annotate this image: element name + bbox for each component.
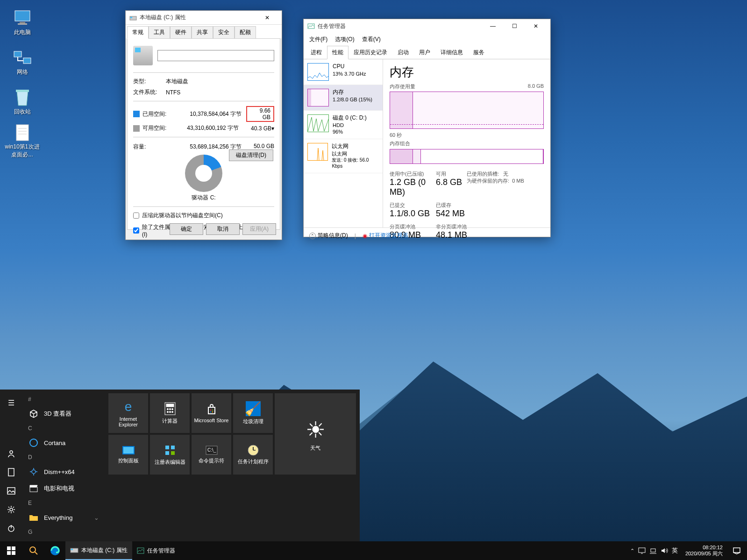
app-3d-viewer[interactable]: 3D 查看器: [22, 405, 105, 422]
tab-tools[interactable]: 工具: [149, 26, 170, 38]
tab-details[interactable]: 详细信息: [435, 46, 468, 59]
tile-regedit[interactable]: 注册表编辑器: [150, 435, 190, 475]
app-header-g[interactable]: G: [22, 526, 105, 538]
svg-rect-1: [20, 22, 25, 23]
svg-rect-37: [123, 447, 134, 454]
app-groove[interactable]: Groove 音乐: [22, 538, 105, 541]
svg-point-20: [32, 470, 36, 474]
memory-composition-bar[interactable]: [390, 149, 544, 164]
sidebar-cpu[interactable]: CPU13% 3.70 GHz: [304, 59, 383, 85]
tile-trash-clean[interactable]: 🧹垃圾清理: [233, 393, 273, 433]
disk-cleanup-button[interactable]: 磁盘清理(D): [229, 149, 273, 161]
search-button[interactable]: [22, 541, 45, 560]
tab-content: 类型:本地磁盘 文件系统:NTFS 已用空间: 10,378,584,064 字…: [127, 38, 280, 230]
desktop-icon-doc[interactable]: win10第1次进桌面必...: [5, 124, 40, 159]
app-header-d[interactable]: D: [22, 451, 105, 463]
tile-store[interactable]: Microsoft Store: [192, 393, 231, 433]
close-button[interactable]: ✕: [256, 11, 278, 25]
tab-performance[interactable]: 性能: [327, 46, 349, 59]
tile-control-panel[interactable]: 控制面板: [108, 435, 148, 475]
app-cortana[interactable]: Cortana: [22, 434, 105, 451]
taskbar-edge[interactable]: [45, 541, 65, 560]
sidebar-memory[interactable]: 内存1.2/8.0 GB (15%): [304, 85, 383, 111]
start-button[interactable]: [0, 541, 22, 560]
desktop-icon-this-pc[interactable]: 此电脑: [5, 5, 40, 40]
tray-volume-icon[interactable]: [661, 547, 668, 554]
sidebar-disk[interactable]: 磁盘 0 (C: D:)HDD96%: [304, 111, 383, 139]
window-title: 任务管理器: [318, 22, 482, 30]
memory-usage-graph[interactable]: [390, 92, 544, 129]
titlebar[interactable]: 本地磁盘 (C:) 属性 ✕: [126, 11, 282, 25]
svg-rect-47: [7, 546, 11, 550]
tab-processes[interactable]: 进程: [306, 46, 327, 59]
index-checkbox[interactable]: [133, 227, 139, 234]
apply-button[interactable]: 应用(A): [242, 223, 276, 235]
titlebar[interactable]: 任务管理器 — ☐ ✕: [304, 19, 550, 33]
usage-donut-chart: [185, 155, 222, 192]
tab-security[interactable]: 安全: [213, 26, 235, 38]
tab-hardware[interactable]: 硬件: [170, 26, 192, 38]
tile-ie[interactable]: eInternet Explorer: [108, 393, 148, 433]
system-tray[interactable]: ⌃ 英: [626, 546, 682, 555]
app-header-hash[interactable]: #: [22, 393, 105, 405]
control-panel-icon: [121, 445, 135, 455]
drive-icon: [129, 14, 137, 21]
app-movies[interactable]: 电影和电视: [22, 480, 105, 497]
svg-rect-0: [15, 11, 30, 21]
maximize-button[interactable]: ☐: [504, 19, 525, 33]
app-everything[interactable]: Everything⌄: [22, 509, 105, 526]
sidebar-ethernet[interactable]: 以太网以太网发送: 0 接收: 56.0 Kbps: [304, 139, 383, 173]
compress-checkbox[interactable]: [133, 213, 139, 219]
tab-services[interactable]: 服务: [468, 46, 490, 59]
svg-point-29: [167, 411, 168, 413]
type-value: 本地磁盘: [166, 78, 274, 85]
svg-point-51: [30, 547, 36, 553]
taskbar-properties[interactable]: 本地磁盘 (C:) 属性: [65, 541, 132, 560]
compress-checkbox-row[interactable]: 压缩此驱动器以节约磁盘空间(C): [133, 212, 274, 220]
drive-name-input[interactable]: [157, 50, 274, 61]
ok-button[interactable]: 确定: [170, 223, 203, 235]
tab-history[interactable]: 应用历史记录: [349, 46, 392, 59]
minimize-button[interactable]: —: [482, 19, 504, 33]
menu-file[interactable]: 文件(F): [306, 35, 330, 44]
start-menu: ☰ # 3D 查看器 C Cortana D Dism++x64 电影和电视 E…: [0, 390, 360, 541]
app-header-e[interactable]: E: [22, 497, 105, 509]
app-dism[interactable]: Dism++x64: [22, 463, 105, 480]
rail-settings-icon[interactable]: [0, 500, 22, 519]
close-button[interactable]: ✕: [525, 19, 547, 33]
tray-monitor-icon[interactable]: [638, 547, 646, 554]
rail-menu-icon[interactable]: ☰: [0, 393, 22, 412]
tab-general[interactable]: 常规: [127, 26, 149, 39]
taskbar-clock[interactable]: 08:20:12 2020/09/05 周六: [682, 545, 726, 557]
clapper-icon: [28, 483, 39, 494]
tile-weather[interactable]: ☀天气: [275, 393, 356, 475]
tile-cmd[interactable]: C:\_命令提示符: [192, 435, 231, 475]
rail-user-icon[interactable]: [0, 444, 22, 463]
tray-network-icon[interactable]: [649, 547, 657, 554]
tab-startup[interactable]: 启动: [392, 46, 414, 59]
svg-point-26: [167, 409, 168, 410]
taskbar-taskmgr[interactable]: 任务管理器: [132, 541, 180, 560]
tile-calculator[interactable]: 计算器: [150, 393, 190, 433]
cancel-button[interactable]: 取消: [206, 223, 240, 235]
tile-task-scheduler[interactable]: 任务计划程序: [233, 435, 273, 475]
tray-ime[interactable]: 英: [672, 546, 678, 555]
properties-window: 本地磁盘 (C:) 属性 ✕ 常规 工具 硬件 共享 安全 配额 类型:本地磁盘…: [125, 10, 282, 240]
tab-quota[interactable]: 配额: [235, 26, 256, 38]
brief-info-button[interactable]: ⌃简略信息(D): [309, 232, 348, 240]
tray-up-icon[interactable]: ⌃: [630, 548, 634, 554]
menu-view[interactable]: 查看(V): [359, 35, 384, 44]
app-list[interactable]: # 3D 查看器 C Cortana D Dism++x64 电影和电视 E E…: [22, 390, 105, 541]
desktop-icon-network[interactable]: 网络: [5, 44, 40, 79]
notification-button[interactable]: [726, 541, 747, 560]
tab-users[interactable]: 用户: [414, 46, 435, 59]
svg-rect-48: [12, 546, 15, 550]
desktop-icon-recycle[interactable]: 回收站: [5, 84, 40, 119]
app-header-c[interactable]: C: [22, 422, 105, 434]
rail-pictures-icon[interactable]: [0, 482, 22, 500]
menu-options[interactable]: 选项(O): [332, 35, 357, 44]
tab-sharing[interactable]: 共享: [192, 26, 213, 38]
rail-power-icon[interactable]: [0, 519, 22, 538]
rail-documents-icon[interactable]: [0, 463, 22, 482]
resource-monitor-link[interactable]: ◉打开资源监视器: [363, 232, 408, 240]
